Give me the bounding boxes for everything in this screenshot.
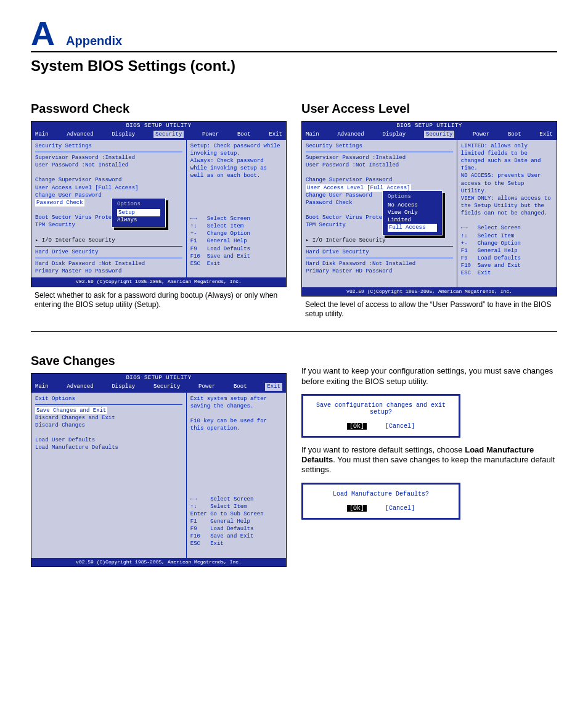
change-sup: Change Supervisor Password bbox=[306, 176, 453, 184]
bios-menubar: Main Advanced Display Security Power Boo… bbox=[31, 130, 286, 140]
menu-advanced: Advanced bbox=[67, 131, 93, 138]
key-select-screen: Select Screen bbox=[207, 216, 250, 222]
menu-exit: Exit bbox=[539, 131, 553, 138]
help-text-user-access: LIMITED: allows only limited fields to b… bbox=[461, 142, 553, 217]
bios-right-pane: Exit system setup after saving the chang… bbox=[187, 393, 286, 558]
bios-window-user-access: BIOS SETUP UTILITY Main Advanced Display… bbox=[301, 121, 557, 297]
menu-exit: Exit bbox=[265, 383, 282, 390]
menu-display: Display bbox=[112, 383, 135, 390]
bios-right-pane: LIMITED: allows only limited fields to b… bbox=[457, 140, 557, 287]
security-settings-label: Security Settings bbox=[306, 142, 453, 150]
user-access-row: User Access Level [Full Access] bbox=[35, 184, 182, 192]
bios-window-password-check: BIOS SETUP UTILITY Main Advanced Display… bbox=[31, 121, 287, 287]
menu-advanced: Advanced bbox=[67, 383, 93, 390]
bios-copyright: v02.59 (C)Copyright 1985-2005, American … bbox=[31, 558, 286, 567]
exit-load-user-defaults: Load User Defaults bbox=[35, 436, 182, 444]
key-load-defaults: Load Defaults bbox=[207, 246, 250, 252]
appendix-letter: A bbox=[31, 18, 55, 49]
supervisor-pw: Supervisor Password :Installed bbox=[35, 154, 182, 162]
menu-boot: Boot bbox=[237, 131, 251, 138]
bios-left-pane: Security Settings Supervisor Password :I… bbox=[31, 140, 187, 277]
user-pw: User Password :Not Installed bbox=[306, 162, 453, 169]
dialog-ok-button[interactable]: [Ok] bbox=[347, 505, 367, 512]
key-legend: ←→ Select Screen ↑↓ Select Item +- Chang… bbox=[461, 217, 553, 284]
menu-security: Security bbox=[153, 383, 180, 390]
dialog-load-defaults: Load Manufacture Defaults? [Ok] [Cancel] bbox=[301, 483, 460, 520]
popup-item-limited: Limited bbox=[388, 216, 437, 224]
help-text-password-check: Setup: Check password while invoking set… bbox=[190, 142, 282, 180]
save-changes-body1: If you want to keep your configuration s… bbox=[301, 366, 557, 387]
popup-title: Options bbox=[117, 200, 160, 208]
dialog-cancel-button[interactable]: [Cancel] bbox=[385, 423, 415, 430]
menu-advanced: Advanced bbox=[337, 131, 364, 138]
exit-options-label: Exit Options bbox=[35, 395, 182, 403]
key-load-defaults: Load Defaults bbox=[210, 526, 253, 532]
user-pw: User Password :Not Installed bbox=[35, 162, 182, 169]
popup-item-full-access: Full Access bbox=[388, 224, 437, 231]
bios-menubar: Main Advanced Display Security Power Boo… bbox=[302, 130, 557, 140]
bios-titlebar: BIOS SETUP UTILITY bbox=[31, 374, 286, 382]
primary-hd: Primary Master HD Password bbox=[306, 268, 453, 275]
menu-boot: Boot bbox=[508, 131, 521, 138]
menu-exit: Exit bbox=[269, 131, 282, 138]
popup-item-setup: Setup bbox=[117, 209, 160, 216]
password-check-row: Password Check bbox=[35, 199, 84, 207]
bios-left-pane: Exit Options Save Changes and Exit Disca… bbox=[31, 393, 187, 558]
popup-item-always: Always bbox=[117, 216, 160, 224]
key-save-exit: Save and Exit bbox=[207, 253, 250, 260]
menu-display: Display bbox=[382, 131, 406, 138]
caption-user-access: Select the level of access to allow the … bbox=[301, 300, 557, 319]
popup-title: Options bbox=[388, 193, 437, 200]
hd-pw: Hard Disk Password :Not Installed bbox=[35, 260, 182, 268]
io-interface: ▸ I/O Interface Security bbox=[306, 237, 453, 244]
bios-copyright: v02.59 (C)Copyright 1985-2005, American … bbox=[302, 287, 557, 297]
security-settings-label: Security Settings bbox=[35, 142, 182, 150]
key-select-item: Select Item bbox=[478, 233, 514, 239]
key-general-help: General Help bbox=[478, 248, 518, 254]
change-sup: Change Supervisor Password bbox=[35, 176, 182, 184]
dialog-save-config: Save configuration changes and exit setu… bbox=[301, 394, 460, 438]
options-popup-user-access: Options No Access View Only Limited Full… bbox=[382, 190, 443, 235]
help-text-save-changes: Exit system setup after saving the chang… bbox=[190, 395, 282, 433]
bios-menubar: Main Advanced Display Security Power Boo… bbox=[31, 382, 286, 392]
key-general-help: General Help bbox=[210, 518, 250, 525]
key-select-item: Select Item bbox=[210, 504, 247, 510]
dialog-msg: Save configuration changes and exit setu… bbox=[313, 402, 449, 415]
heading-password-check: Password Check bbox=[31, 102, 287, 116]
key-select-screen: Select Screen bbox=[210, 496, 253, 502]
appendix-label: Appendix bbox=[66, 34, 122, 48]
key-exit: Exit bbox=[210, 541, 224, 547]
popup-item-view-only: View Only bbox=[388, 209, 437, 216]
options-popup-password-check: Options Setup Always bbox=[112, 198, 166, 227]
exit-load-manufacture-defaults: Load Manufacture Defaults bbox=[35, 444, 182, 451]
key-load-defaults: Load Defaults bbox=[478, 255, 521, 261]
key-save-exit: Save and Exit bbox=[478, 263, 521, 269]
exit-discard: Discard Changes bbox=[35, 422, 182, 429]
key-exit: Exit bbox=[478, 270, 491, 276]
key-select-screen: Select Screen bbox=[478, 225, 521, 231]
menu-main: Main bbox=[35, 383, 49, 390]
primary-hd: Primary Master HD Password bbox=[35, 268, 182, 275]
menu-security: Security bbox=[153, 131, 184, 138]
popup-item-no-access: No Access bbox=[388, 202, 437, 209]
dialog-msg: Load Manufacture Defaults? bbox=[313, 491, 449, 497]
bios-window-save-changes: BIOS SETUP UTILITY Main Advanced Display… bbox=[31, 373, 287, 567]
menu-main: Main bbox=[35, 131, 49, 138]
hd-security-label: Hard Drive Security bbox=[306, 248, 453, 256]
key-go-sub: Go to Sub Screen bbox=[210, 511, 263, 517]
hd-pw: Hard Disk Password :Not Installed bbox=[306, 260, 453, 268]
dialog-ok-button[interactable]: [Ok] bbox=[347, 423, 367, 430]
body2c: . You must then save changes to keep the… bbox=[301, 455, 555, 474]
caption-password-check: Select whether to ask for a password dur… bbox=[31, 291, 287, 309]
key-select-item: Select Item bbox=[207, 223, 243, 229]
page-title: System BIOS Settings (cont.) bbox=[31, 57, 557, 75]
menu-power: Power bbox=[473, 131, 489, 138]
key-change-option: Change Option bbox=[207, 231, 250, 237]
dialog-cancel-button[interactable]: [Cancel] bbox=[385, 505, 415, 512]
key-legend: ←→ Select Screen ↑↓ Select Item +- Chang… bbox=[190, 208, 282, 275]
key-save-exit: Save and Exit bbox=[210, 533, 253, 539]
exit-discard-and-exit: Discard Changes and Exit bbox=[35, 414, 182, 422]
menu-boot: Boot bbox=[234, 383, 247, 390]
exit-save-and-exit: Save Changes and Exit bbox=[35, 407, 107, 414]
page-header: A Appendix bbox=[31, 18, 557, 52]
